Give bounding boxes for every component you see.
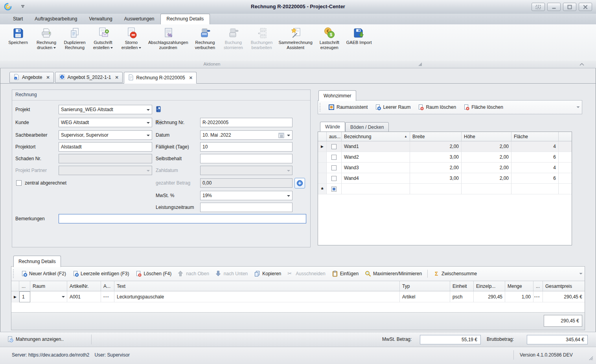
zentral-abgerechnet-checkbox[interactable]: [16, 180, 22, 186]
duplizieren-rechnung-button[interactable]: DuplizierenRechnung: [61, 26, 89, 51]
storno-erstellen-button[interactable]: Stornoerstellen: [117, 26, 145, 51]
header-gesamtpreis[interactable]: Gesamtpreis: [543, 281, 585, 291]
bezeichnung-cell[interactable]: Wand2: [342, 152, 410, 163]
header-a[interactable]: A...: [101, 281, 114, 291]
header-text[interactable]: Text: [114, 281, 400, 291]
tab-angebote[interactable]: i Angebote ✕: [9, 72, 54, 83]
close-icon[interactable]: ✕: [46, 75, 50, 80]
ribbon-tab-verwaltung[interactable]: Verwaltung: [83, 14, 118, 24]
selbstbehalt-input[interactable]: [200, 154, 292, 163]
typ-cell[interactable]: Artikel: [400, 291, 450, 302]
hoehe-cell[interactable]: 2,00: [462, 173, 511, 184]
header-raum[interactable]: Raum: [30, 281, 67, 291]
raumassistent-button[interactable]: Raumassistent: [326, 103, 370, 112]
breite-cell[interactable]: 3,00: [410, 173, 462, 184]
projekt-select[interactable]: Sanierung_WEG Altstadt: [59, 105, 152, 114]
close-button[interactable]: [579, 3, 592, 11]
header-breite[interactable]: Breite: [410, 132, 462, 141]
tab-boeden-decken[interactable]: Böden / Decken: [345, 122, 389, 132]
flaeche-cell[interactable]: 4: [511, 163, 559, 173]
rechnung-drucken-button[interactable]: Rechnungdrucken: [32, 26, 61, 51]
maximieren-minimieren-button[interactable]: Maximieren/Minimieren: [362, 269, 425, 278]
speichern-button[interactable]: Speichern: [4, 26, 32, 46]
text-cell[interactable]: Leckortungspauschale: [114, 291, 400, 302]
kopieren-button[interactable]: Kopieren: [251, 269, 284, 278]
lastschrift-erzeugen-button[interactable]: €$ Lastschrifterzeugen: [315, 26, 344, 51]
breite-cell[interactable]: 3,00: [410, 152, 462, 163]
minimize-button[interactable]: [547, 3, 561, 11]
tab-angebot-s-2022-1-1[interactable]: i Angebot S_2022-1-1 ✕: [55, 72, 123, 83]
ribbon-tab-auswertungen[interactable]: Auswertungen: [118, 14, 160, 24]
rechnung-nr-input[interactable]: R-20220005: [200, 118, 292, 127]
sachbearbeiter-select[interactable]: Supervisor, Supervisor: [59, 130, 152, 140]
ribbon-collapse-button[interactable]: [579, 62, 585, 67]
projektort-input[interactable]: Alstastadt: [59, 142, 152, 152]
bezeichnung-cell[interactable]: Wand3: [342, 163, 410, 173]
artikelnr-cell[interactable]: A001: [67, 291, 101, 302]
bemerkungen-input[interactable]: [59, 214, 306, 223]
tab-waende[interactable]: Wände: [320, 122, 345, 132]
hoehe-cell[interactable]: [462, 184, 511, 194]
breite-cell[interactable]: [410, 184, 462, 194]
mahnungen-anzeigen-button[interactable]: Mahnungen anzeigen..: [4, 335, 67, 344]
neuer-artikel-button[interactable]: Neuer Artikel (F2): [18, 269, 69, 278]
ribbon-tab-start[interactable]: Start: [7, 14, 29, 24]
row-browse-button[interactable]: ···: [533, 291, 543, 302]
table-row[interactable]: Wand2 3,00 2,00 6: [318, 152, 572, 163]
raum-loeschen-button[interactable]: Raum löschen: [415, 103, 459, 112]
article-row[interactable]: ▶ 1 A001 ··· Leckortungspauschale Artike…: [11, 291, 585, 302]
tab-wohnzimmer[interactable]: Wohnzimmer: [318, 90, 356, 101]
leistungszeitraum-input[interactable]: [200, 203, 292, 212]
flaeche-cell[interactable]: 6: [511, 173, 559, 184]
einzelpreis-cell[interactable]: 290,45: [474, 291, 505, 302]
einheit-cell[interactable]: psch: [450, 291, 474, 302]
artikel-browse-button[interactable]: ···: [101, 291, 114, 302]
header-menge[interactable]: Menge: [505, 281, 533, 291]
flaeche-cell[interactable]: 4: [511, 141, 559, 152]
faelligkeit-input[interactable]: 10: [200, 142, 292, 152]
mwst-select[interactable]: 19%: [200, 191, 292, 200]
hoehe-cell[interactable]: 2,00: [462, 141, 511, 152]
close-icon[interactable]: ✕: [115, 75, 118, 80]
header-aus[interactable]: aus...: [327, 132, 342, 141]
flaeche-cell[interactable]: 6: [511, 152, 559, 163]
bezeichnung-cell[interactable]: Wand1: [342, 141, 410, 152]
sammelrechnung-assistent-button[interactable]: SammelrechnungAssistent: [276, 26, 315, 51]
datum-input[interactable]: 10. Mai .2022: [200, 130, 292, 140]
add-payment-button[interactable]: [294, 178, 305, 188]
tab-rechnung-details[interactable]: Rechnung Details: [13, 256, 61, 267]
flaeche-loeschen-button[interactable]: Fläche löschen: [460, 103, 506, 112]
loeschen-button[interactable]: Löschen (F4): [132, 269, 174, 278]
close-icon[interactable]: ✕: [189, 75, 193, 80]
aus-checkbox-cell[interactable]: [327, 184, 342, 194]
project-binder-icon[interactable]: [155, 106, 162, 113]
header-bezeichnung[interactable]: Bezeichnung ▲: [342, 132, 410, 141]
abschlagszahlungen-zuordnen-button[interactable]: % Abschlagszahlungenzuordnen: [145, 26, 191, 51]
aus-checkbox-cell[interactable]: [327, 141, 342, 152]
hoehe-cell[interactable]: 2,00: [462, 163, 511, 173]
header-einheit[interactable]: Einheit: [450, 281, 474, 291]
zwischensumme-button[interactable]: Σ Zwischensumme: [430, 269, 480, 278]
rechnung-verbuchen-button[interactable]: Rechnungverbuchen: [191, 26, 219, 51]
leerzeile-einfuegen-button[interactable]: Leerzeile einfügen (F3): [70, 269, 132, 278]
header-dots[interactable]: ...: [19, 281, 30, 291]
aus-checkbox-cell[interactable]: [327, 173, 342, 184]
header-artikelnr[interactable]: ArtikelNr.: [67, 281, 101, 291]
kunde-select[interactable]: WEG Altstadt: [59, 118, 152, 127]
hoehe-cell[interactable]: 2,00: [462, 152, 511, 163]
gesamtpreis-cell[interactable]: 290,45 €: [543, 291, 585, 302]
table-row[interactable]: Wand3 2,00 2,00 4: [318, 163, 572, 173]
resize-grip[interactable]: [589, 356, 594, 361]
leerer-raum-button[interactable]: Leerer Raum: [372, 103, 413, 112]
raum-cell[interactable]: [30, 291, 67, 302]
bezeichnung-cell[interactable]: Wand4: [342, 173, 410, 184]
einfuegen-button[interactable]: Einfügen: [329, 269, 361, 278]
header-dots2[interactable]: ...: [533, 281, 543, 291]
header-hoehe[interactable]: Höhe: [462, 132, 511, 141]
aus-checkbox-cell[interactable]: [327, 163, 342, 173]
gutschrift-erstellen-button[interactable]: Gutschrifterstellen: [89, 26, 117, 51]
header-einzelpreis[interactable]: Einzelp...: [474, 281, 505, 291]
ribbon-tab-rechnung-details[interactable]: Rechnung Details: [160, 14, 210, 24]
table-row[interactable]: ▶ Wand1 2,00 2,00 4: [318, 141, 572, 152]
bezeichnung-cell[interactable]: [342, 184, 410, 194]
